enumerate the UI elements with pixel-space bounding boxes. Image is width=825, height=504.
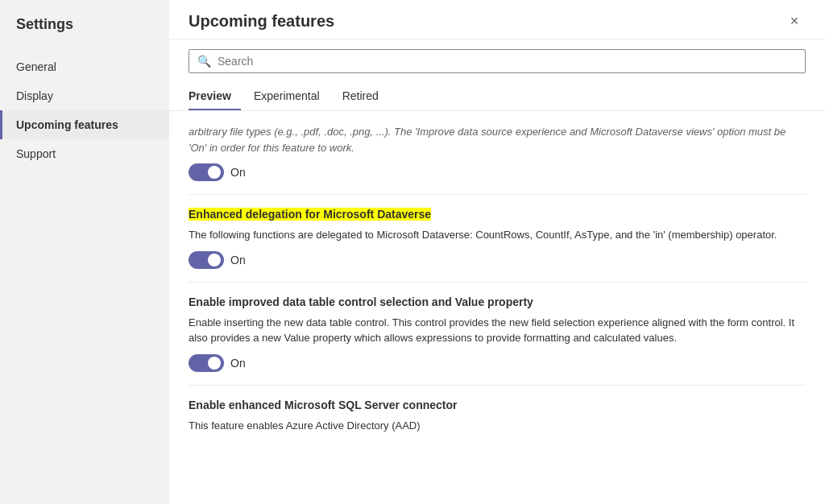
panel-header: Upcoming features ×: [169, 0, 825, 39]
feature-1-toggle-label: On: [230, 166, 246, 179]
main-panel: Upcoming features × 🔍 Preview Experiment…: [169, 0, 825, 504]
feature-2-description: The following functions are delegated to…: [189, 227, 806, 243]
feature-3-title: Enable improved data table control selec…: [189, 295, 806, 308]
search-input[interactable]: [218, 55, 797, 68]
feature-3-toggle-label: On: [230, 357, 246, 370]
feature-4-description: This feature enables Azure Active Direct…: [189, 418, 806, 434]
sidebar-item-display[interactable]: Display: [0, 81, 169, 110]
feature-4-title: Enable enhanced Microsoft SQL Server con…: [189, 399, 806, 411]
search-box: 🔍: [189, 49, 806, 73]
feature-1-toggle-row: On: [189, 163, 806, 181]
tab-preview[interactable]: Preview: [189, 83, 241, 110]
content-area: arbitrary file types (e.g., .pdf, .doc, …: [169, 111, 825, 504]
tab-experimental[interactable]: Experimental: [254, 83, 330, 110]
feature-1-partial-text: arbitrary file types (e.g., .pdf, .doc, …: [189, 124, 806, 155]
sidebar-item-general[interactable]: General: [0, 52, 169, 81]
feature-item-3: Enable improved data table control selec…: [189, 283, 806, 386]
feature-2-title: Enhanced delegation for Microsoft Datave…: [189, 208, 806, 221]
search-container: 🔍: [169, 39, 825, 83]
sidebar: Settings General Display Upcoming featur…: [0, 0, 169, 504]
feature-2-toggle[interactable]: [189, 251, 224, 269]
feature-2-toggle-label: On: [230, 254, 246, 266]
feature-item-1: arbitrary file types (e.g., .pdf, .doc, …: [189, 111, 806, 195]
feature-3-toggle-row: On: [189, 354, 806, 372]
close-button[interactable]: ×: [783, 10, 806, 32]
feature-3-description: Enable inserting the new data table cont…: [189, 315, 806, 346]
feature-item-4: Enable enhanced Microsoft SQL Server con…: [189, 386, 806, 455]
sidebar-item-upcoming-features[interactable]: Upcoming features: [0, 110, 169, 139]
panel-title: Upcoming features: [189, 12, 334, 31]
search-icon: 🔍: [197, 55, 211, 68]
feature-1-toggle[interactable]: [189, 163, 224, 181]
feature-2-toggle-row: On: [189, 251, 806, 269]
tabs-container: Preview Experimental Retired: [169, 83, 825, 111]
tab-retired[interactable]: Retired: [342, 83, 388, 110]
sidebar-item-support[interactable]: Support: [0, 139, 169, 168]
sidebar-title: Settings: [0, 16, 169, 52]
feature-item-2: Enhanced delegation for Microsoft Datave…: [189, 195, 806, 283]
feature-3-toggle[interactable]: [189, 354, 224, 372]
